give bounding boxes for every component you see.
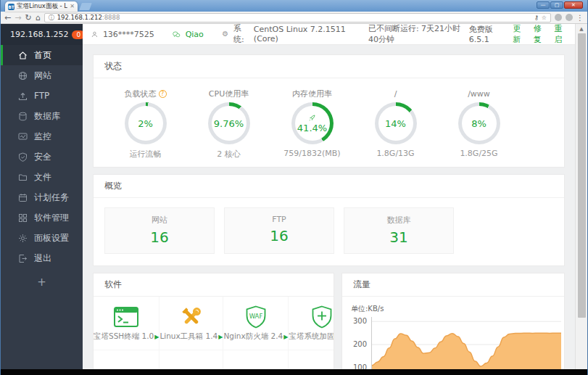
gauge-label: CPU使用率	[209, 88, 249, 99]
scroll-up-icon[interactable]: ▲	[579, 24, 583, 33]
y-tick-label: 300	[349, 317, 367, 326]
overview-box-database[interactable]: 数据库 31	[344, 207, 454, 254]
gauge-load[interactable]: 负载状态? 2% 运行流畅	[104, 87, 187, 160]
gauge-cpu[interactable]: CPU使用率 9.76% 2 核心	[187, 87, 270, 160]
new-tab-button[interactable]	[79, 3, 92, 10]
software-item-partial-2[interactable]	[160, 350, 223, 369]
im-account-name[interactable]: Qiao	[186, 30, 204, 39]
target-icon	[114, 356, 138, 369]
software-item-partial-1[interactable]	[94, 350, 160, 369]
help-icon[interactable]: ?	[159, 90, 167, 98]
software-item-system-hardening[interactable]: 宝塔系统加固 1.3▶	[289, 297, 334, 350]
software-item-empty	[289, 350, 334, 369]
open-arrow-icon: ▶	[218, 334, 223, 340]
restart-link[interactable]: 重启	[554, 24, 566, 45]
home-icon	[18, 51, 28, 60]
sidebar-item-ftp[interactable]: FTP	[1, 86, 83, 106]
gauge-percent: 2%	[138, 118, 153, 129]
gauge-ring: 2%	[125, 102, 167, 144]
browser-menu-icon[interactable]: ⋮	[576, 14, 584, 22]
sidebar-item-security[interactable]: 安全	[1, 147, 83, 167]
gauge-sublabel: 759/1832(MB)	[283, 149, 340, 158]
traffic-title: 流量	[342, 273, 564, 297]
sidebar-add-button[interactable]: +	[1, 268, 83, 296]
home-icon[interactable]: ⌂	[36, 14, 41, 22]
gauge-label: 内存使用率	[292, 88, 332, 99]
traffic-chart[interactable]: 300 200 100	[349, 317, 558, 369]
gauge-memory[interactable]: 内存使用率 41.4% 759/1832(MB)	[270, 87, 354, 160]
overview-box-sites[interactable]: 网站 16	[104, 207, 215, 254]
bookmark-star-icon[interactable]: ☆	[542, 15, 547, 21]
sidebar-item-app-store[interactable]: 软件管理	[1, 207, 83, 228]
rocket-icon[interactable]	[308, 114, 316, 122]
browser-window: BT 宝塔Linux面板 - Linux版 ✕ — ▢ ✕ ← → ↻ ⌂ ⓘ …	[0, 0, 588, 375]
sidebar-item-sites[interactable]: 网站	[1, 65, 83, 86]
status-title: 状态	[94, 55, 564, 78]
page-info-icon[interactable]: ⓘ	[49, 14, 54, 22]
gauge-ring: 41.4%	[291, 102, 334, 144]
overview-box-value: 16	[225, 227, 334, 244]
sidebar: 192.168.1.252 0 首页 网站 FTP 数据库 监控	[1, 24, 83, 369]
update-link[interactable]: 更新	[513, 24, 525, 45]
status-card: 状态 负载状态? 2% 运行流畅 CPU使用率 9.76% 2 核心	[93, 54, 565, 168]
overview-title: 概览	[94, 175, 564, 198]
software-item-label: Nginx防火墙 2.4	[223, 331, 283, 340]
account-phone[interactable]: 136****7525	[103, 30, 154, 39]
software-item-linux-toolbox[interactable]: Linux工具箱 1.4▶	[160, 297, 223, 350]
gauge-label: 负载状态	[125, 88, 157, 99]
tab-close-icon[interactable]: ✕	[70, 4, 75, 9]
sidebar-item-label: 计划任务	[34, 191, 69, 204]
chart-unit-label: 单位:KB/s	[351, 304, 558, 314]
server-ip-block: 192.168.1.252 0	[1, 24, 83, 45]
close-button[interactable]: ✕	[564, 1, 583, 9]
overview-box-label: 网站	[105, 215, 214, 226]
extension-icon[interactable]	[566, 14, 573, 21]
software-item-nginx-waf[interactable]: WAF Nginx防火墙 2.4▶	[223, 297, 289, 350]
window-icon	[180, 356, 203, 369]
sidebar-item-label: 退出	[34, 252, 51, 265]
gauge-disk-www[interactable]: /www 8% 1.8G/25G	[437, 87, 521, 160]
shield-plus-icon	[311, 302, 333, 331]
key-icon[interactable]: ⚷	[534, 15, 539, 21]
grid-icon	[18, 213, 28, 223]
back-icon[interactable]: ←	[4, 14, 11, 22]
sidebar-item-home[interactable]: 首页	[1, 45, 83, 65]
software-card: 软件 宝塔SSH终端 1.0▶	[93, 273, 334, 369]
open-arrow-icon: ▶	[283, 334, 288, 340]
overview-box-ftp[interactable]: FTP 16	[224, 207, 334, 254]
folder-icon	[18, 173, 28, 182]
sidebar-item-files[interactable]: 文件	[1, 167, 83, 187]
reload-icon[interactable]: ↻	[25, 14, 31, 22]
globe-icon	[18, 71, 28, 81]
software-item-ssh-terminal[interactable]: 宝塔SSH终端 1.0▶	[94, 297, 160, 350]
status-gauges: 负载状态? 2% 运行流畅 CPU使用率 9.76% 2 核心 内存使用率	[94, 78, 564, 167]
sidebar-item-cron[interactable]: 计划任务	[1, 187, 83, 207]
gauge-label: /	[394, 89, 397, 99]
page-scrollbar[interactable]: ▲	[575, 24, 587, 369]
gear-icon	[18, 234, 28, 243]
extension-icon[interactable]	[555, 14, 562, 21]
traffic-card: 流量 单位:KB/s 300 200 100	[341, 273, 565, 369]
software-item-label: Linux工具箱 1.4	[160, 331, 218, 340]
address-bar[interactable]: ⓘ 192.168.1.212:8888 ⚷ ☆	[44, 13, 551, 22]
sidebar-item-database[interactable]: 数据库	[1, 106, 83, 126]
gauge-ring: 14%	[375, 102, 417, 144]
open-arrow-icon: ▶	[154, 334, 159, 340]
sidebar-item-panel-settings[interactable]: 面板设置	[1, 228, 83, 248]
sidebar-item-logout[interactable]: 退出	[1, 248, 83, 268]
sidebar-item-label: 软件管理	[34, 212, 69, 224]
url-text: 192.168.1.212:8888	[57, 14, 531, 21]
browser-tab[interactable]: BT 宝塔Linux面板 - Linux版 ✕	[5, 1, 78, 12]
sidebar-item-monitor[interactable]: 监控	[1, 126, 83, 147]
overview-box-value: 31	[344, 228, 453, 246]
forward-icon[interactable]: →	[15, 14, 21, 22]
overview-box-value: 16	[105, 228, 214, 246]
window-controls: — ▢ ✕	[537, 1, 583, 9]
repair-link[interactable]: 修复	[534, 24, 546, 45]
gauge-disk-root[interactable]: / 14% 1.8G/13G	[354, 87, 437, 160]
shield-check-icon	[18, 152, 28, 162]
maximize-button[interactable]: ▢	[550, 1, 563, 9]
scrollbar-thumb[interactable]	[578, 33, 586, 318]
overview-box-label: FTP	[225, 215, 334, 224]
minimize-button[interactable]: —	[537, 1, 550, 9]
